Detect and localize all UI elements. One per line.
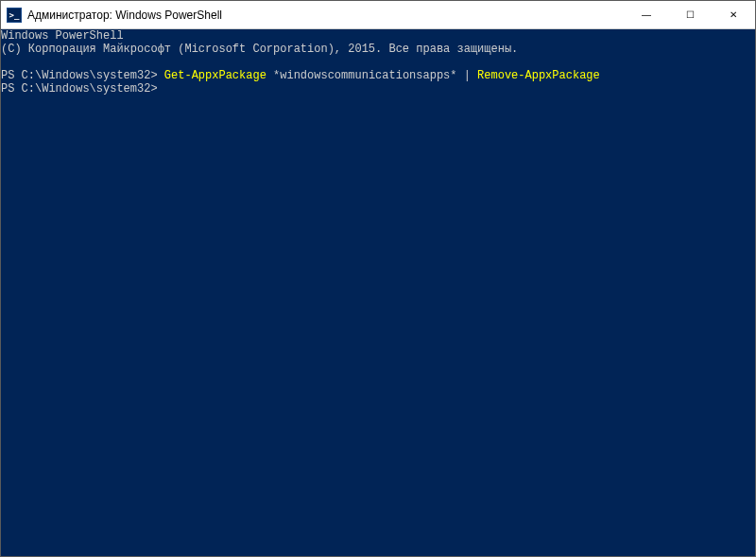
terminal-output[interactable]: Windows PowerShell(C) Корпорация Майкрос… xyxy=(1,29,755,556)
app-icon: >_ xyxy=(7,8,22,23)
maximize-button[interactable]: ☐ xyxy=(668,1,712,28)
command-segment: Remove-AppxPackage xyxy=(477,69,600,82)
command-segment: *windowscommunicationsapps* xyxy=(266,69,464,82)
minimize-button[interactable]: — xyxy=(625,1,668,28)
command-segment: | xyxy=(464,69,471,82)
titlebar[interactable]: >_ Администратор: Windows PowerShell — ☐… xyxy=(1,1,755,29)
window-title: Администратор: Windows PowerShell xyxy=(27,9,625,22)
window-controls: — ☐ ✕ xyxy=(625,1,755,28)
prompt: PS C:\Windows\system32> xyxy=(1,69,164,82)
powershell-window: >_ Администратор: Windows PowerShell — ☐… xyxy=(0,0,756,557)
terminal-line: PS C:\Windows\system32> Get-AppxPackage … xyxy=(1,69,755,82)
close-button[interactable]: ✕ xyxy=(712,1,755,28)
powershell-icon: >_ xyxy=(7,8,22,23)
terminal-line: (C) Корпорация Майкрософт (Microsoft Cor… xyxy=(1,43,755,56)
command-segment: Get-AppxPackage xyxy=(164,69,266,82)
terminal-line xyxy=(1,56,755,69)
terminal-line: PS C:\Windows\system32> xyxy=(1,82,755,96)
terminal-line: Windows PowerShell xyxy=(1,29,755,43)
prompt: PS C:\Windows\system32> xyxy=(1,82,164,96)
